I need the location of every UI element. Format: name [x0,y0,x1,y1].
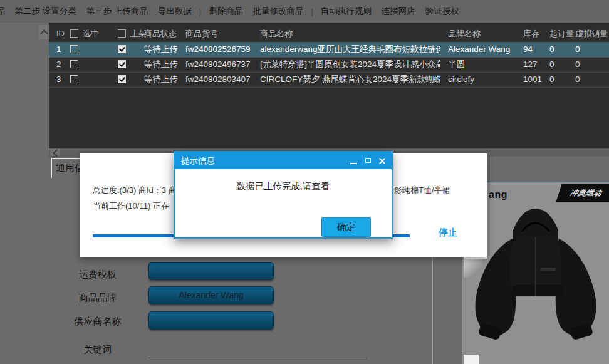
menu-item-batch-edit[interactable]: 批量修改商品 [247,6,308,17]
col-header-name: 商品名称 [260,26,293,42]
cell-stock: 94 [523,42,533,57]
menu-item-set-category[interactable]: 第二步 设置分类 [10,6,81,17]
list-all-checkbox[interactable] [118,29,126,38]
progress-total-text: 总进度:(3/3) 商Id：3 商 [93,185,177,196]
arrow-up-icon [40,29,48,38]
cell-id: 3 [56,72,61,87]
cell-name: CIRCLOFY瑟夕 燕尾蝶背心女2024夏季新款蝴蝶剪 [260,72,440,87]
menu-separator: | [308,7,315,16]
row-listed-checkbox[interactable] [118,60,126,68]
label-keywords: 关键词 [63,344,133,356]
cell-vsales: 0 [575,72,580,87]
cell-status: 等待上传 [144,72,178,87]
menubar: 品 第二步 设置分类 第三步 上传商品 导出数据 | 删除商品 批量修改商品 |… [0,0,609,23]
menu-item-connect-shop[interactable]: 连接网店 [377,6,420,17]
brand-logo-fragment: ang [489,189,508,200]
table-row[interactable]: 1 等待上传 fw240802526759 alexanderwang亚历山大王… [49,42,609,58]
progress-current-text: 当前工作(10/11) 正在 [93,200,169,212]
menu-item-partial[interactable]: 品 [0,6,10,17]
cell-moq: 0 [549,72,554,87]
product-brand-field[interactable]: Alexander Wang [148,286,274,304]
supplier-name-field[interactable] [148,311,274,330]
row-select-checkbox[interactable] [70,45,78,53]
table-row[interactable]: 2 等待上传 fw240802496737 [尤莱特穿搭]半圆原创女装2024夏… [49,57,609,73]
row-select-checkbox[interactable] [70,75,78,83]
scroll-left-button[interactable] [50,149,60,156]
ok-button[interactable]: 确定 [321,217,371,237]
cell-brand: 半圆 [448,57,465,72]
close-button[interactable] [375,152,389,169]
cell-vsales: 0 [575,42,580,57]
menu-item-verify-auth[interactable]: 验证授权 [420,6,464,17]
col-header-selected: 选中 [83,26,99,42]
minimize-button[interactable] [346,152,360,169]
col-header-vsales: 虚拟销量 [575,26,608,42]
label-supplier-name: 供应商名称 [63,316,133,328]
label-shipping-template: 运费模板 [63,269,133,281]
keywords-input[interactable] [148,358,367,358]
cell-brand: circlofy [448,72,474,87]
cell-vsales: 0 [575,57,580,72]
cell-stock: 127 [523,57,538,72]
cell-moq: 0 [549,57,554,72]
stop-button[interactable]: 停止 [439,227,457,239]
message-dialog: 提示信息 数据已上传完成,请查看 确定 [174,151,393,239]
cell-id: 1 [56,42,61,57]
cell-status: 等待上传 [144,57,178,72]
app-window: 品 第二步 设置分类 第三步 上传商品 导出数据 | 删除商品 批量修改商品 |… [0,0,609,364]
menu-separator: | [197,7,204,16]
col-header-status: 商品状态 [144,26,177,42]
cell-status: 等待上传 [144,42,178,57]
scroll-up-button[interactable] [39,25,49,39]
cell-sku: fw240802803407 [185,72,251,87]
cell-brand: Alexander Wang [448,42,510,57]
cell-name: alexanderwang亚历山大王经典毛圈布短款拉链连 [260,42,440,57]
dialog-titlebar[interactable]: 提示信息 [175,152,392,169]
menu-item-export-data[interactable]: 导出数据 [153,6,197,17]
menu-item-delete-products[interactable]: 删除商品 [204,6,247,17]
maximize-button[interactable] [362,152,375,169]
col-header-moq: 起订量 [549,26,574,42]
table-row[interactable]: 3 等待上传 fw240802803407 CIRCLOFY瑟夕 燕尾蝶背心女2… [49,72,609,88]
col-header-brand: 品牌名称 [448,26,481,42]
promo-banner-text: 冲奥燃动 [569,188,603,199]
menu-item-upload-products[interactable]: 第三步 上传商品 [81,6,153,17]
product-image-hoodie [467,207,605,364]
col-header-stock: 库存 [523,26,539,42]
label-product-brand: 商品品牌 [63,292,133,304]
row-listed-checkbox[interactable] [118,45,126,53]
col-header-id: ID [56,26,65,42]
progress-text-fragment: 影纯棉T恤/半裙 [394,185,450,196]
cell-stock: 1001 [523,72,542,87]
cell-id: 2 [56,57,61,72]
cell-sku: fw240802526759 [185,42,251,57]
promo-banner: 冲奥燃动 [556,184,609,202]
close-icon [378,157,386,165]
cell-sku: fw240802496737 [185,57,251,72]
col-header-sku: 商品货号 [185,26,218,42]
maximize-icon [365,158,371,163]
cell-name: [尤莱特穿搭]半圆原创女装2024夏季设计感小众高 [260,57,440,72]
product-table: ID 选中 上架 商品状态 商品货号 商品名称 品牌名称 库存 起订量 虚拟销量… [49,23,609,149]
select-all-checkbox[interactable] [70,29,78,38]
cell-moq: 0 [549,42,554,57]
arrow-left-icon [53,149,61,157]
minimize-icon [350,163,357,164]
menu-item-auto-rules[interactable]: 自动执行规则 [316,6,377,17]
row-select-checkbox[interactable] [70,60,78,68]
row-listed-checkbox[interactable] [118,75,126,83]
dialog-message: 数据已上传完成,请查看 [175,180,392,192]
dialog-title: 提示信息 [181,152,215,169]
table-header-row: ID 选中 上架 商品状态 商品货号 商品名称 品牌名称 库存 起订量 虚拟销量 [49,26,609,41]
shipping-template-field[interactable] [148,262,274,280]
